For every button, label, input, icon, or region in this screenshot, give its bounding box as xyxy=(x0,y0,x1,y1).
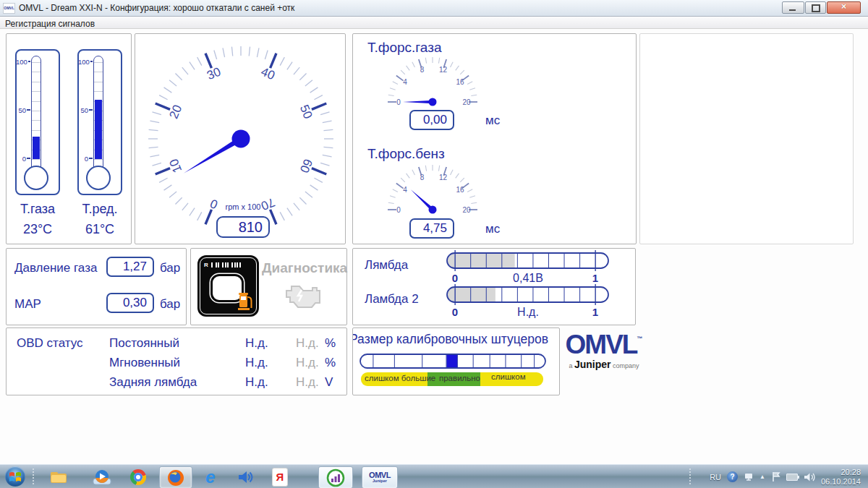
map-label: MAP xyxy=(14,297,41,312)
lambda2-value: Н.д. xyxy=(485,306,571,319)
fuel-pump-icon xyxy=(238,290,254,313)
petrol-injector-title: Т.форс.бенз xyxy=(367,146,445,162)
svg-text:30: 30 xyxy=(205,64,223,82)
logo-trademark: ™ xyxy=(637,335,642,342)
help-icon[interactable]: ? xyxy=(727,471,738,482)
omvl-app-button[interactable]: OMVLJuniper xyxy=(362,466,398,488)
internet-explorer-icon[interactable]: e xyxy=(197,466,224,487)
petrol-injector-value-box: 4,75 xyxy=(409,218,454,239)
gas-injector-title: Т.форс.газа xyxy=(367,40,441,56)
start-button[interactable] xyxy=(5,466,25,487)
svg-text:50: 50 xyxy=(297,103,315,121)
svg-text:60: 60 xyxy=(297,157,315,175)
logo-text: OMVL xyxy=(566,330,637,359)
client-area: 100 50 0 Т.газа 23°C 100 50 0 xyxy=(0,29,868,464)
thermometer-fill xyxy=(95,100,102,159)
logo-prefix: a xyxy=(569,362,572,369)
rpm-value-box: 810 xyxy=(216,216,270,238)
lambda1-max: 1 xyxy=(584,272,606,284)
media-player-icon[interactable] xyxy=(88,466,116,487)
obd-row-value2: Н.д. xyxy=(296,356,319,370)
svg-text:10: 10 xyxy=(166,157,184,175)
svg-text:20: 20 xyxy=(462,206,471,214)
stats-app-icon[interactable] xyxy=(318,466,353,488)
gas-injector-unit: мс xyxy=(485,114,500,128)
close-button[interactable] xyxy=(827,1,861,14)
svg-text:40: 40 xyxy=(259,64,277,82)
check-engine-icon xyxy=(278,279,328,311)
rpm-gauge: 010203040506070 xyxy=(135,34,345,244)
reducer-temp-thermometer: 100 50 0 Т.ред. 61°C xyxy=(69,49,131,237)
lambda1-min: 0 xyxy=(444,272,466,284)
gas-temp-thermometer: 100 50 0 Т.газа 23°C xyxy=(7,49,69,237)
level-bar-2 xyxy=(216,262,220,267)
action-center-flag-icon[interactable] xyxy=(771,471,780,482)
diagnostics-panel: R Диагностика xyxy=(190,248,347,325)
omvl-logo: OMVL™ a Juniper company xyxy=(561,331,647,370)
map-value-box: 0,30 xyxy=(106,293,154,313)
gas-temp-label: Т.газа xyxy=(7,202,69,217)
thermometer-tube xyxy=(31,56,41,171)
svg-text:8: 8 xyxy=(420,174,425,181)
tick-label: 0 xyxy=(78,155,93,161)
fuel-level-leds: R xyxy=(204,262,254,268)
svg-text:4: 4 xyxy=(403,186,407,194)
svg-text:16: 16 xyxy=(456,186,464,194)
yandex-browser-icon[interactable]: Я xyxy=(266,466,294,487)
clock-time: 20:28 xyxy=(841,468,861,476)
gas-pressure-value-box: 1,27 xyxy=(106,257,154,277)
svg-text:16: 16 xyxy=(456,78,464,86)
zone-correct-label: правильно xyxy=(439,374,480,382)
svg-text:12: 12 xyxy=(439,174,448,181)
lambda2-bar xyxy=(444,284,612,307)
thermometer-bulb xyxy=(86,166,111,190)
thermometer-fill xyxy=(33,137,40,159)
changeover-switch[interactable] xyxy=(213,276,242,300)
show-hidden-icons-chevron[interactable]: ▲ xyxy=(760,474,765,480)
lambda1-label: Лямбда xyxy=(365,258,408,273)
pressure-panel: Давление газа 1,27 бар MAP 0,30 бар xyxy=(6,248,187,325)
logo-suffix: company xyxy=(613,362,639,369)
clock[interactable]: 20:28 06.10.2014 xyxy=(821,468,861,487)
tray-grip[interactable] xyxy=(689,468,692,486)
obd-row-name: Задняя лямбда xyxy=(109,375,197,390)
thermometer-frame: 100 50 0 xyxy=(15,49,60,195)
window-titlebar[interactable]: OMVL OMVL - Dream XXI-N - Конфигурация: … xyxy=(0,0,868,17)
maximize-button[interactable] xyxy=(805,1,826,14)
calibration-zones-strip: слишком большие правильно слишком xyxy=(361,372,543,386)
taskbar: e Я OMVLJuniper RU ? ▲ 20:28 06.10.2014 xyxy=(0,464,868,488)
chrome-icon[interactable] xyxy=(124,466,152,487)
rpm-gauge-panel: 010203040506070 rpm x 100 810 xyxy=(135,33,346,244)
thermometer-frame: 100 50 0 xyxy=(77,49,122,195)
thermometer-tube xyxy=(93,56,103,171)
taskbar-grip[interactable] xyxy=(32,468,35,486)
obd-row-unit: % xyxy=(325,356,336,370)
rpm-unit-label: rpm x 100 xyxy=(200,202,286,211)
firefox-icon[interactable] xyxy=(159,466,192,488)
temperatures-panel: 100 50 0 Т.газа 23°C 100 50 0 xyxy=(6,33,132,244)
level-bar-1 xyxy=(211,262,213,267)
volume-icon[interactable] xyxy=(804,472,815,482)
device-icon[interactable] xyxy=(744,472,754,482)
obd-row-unit: % xyxy=(325,336,336,351)
empty-panel xyxy=(639,33,854,244)
tick-label: 100 xyxy=(16,59,30,64)
audio-manager-icon[interactable] xyxy=(231,466,259,487)
gas-pressure-unit: бар xyxy=(160,261,180,275)
battery-icon[interactable] xyxy=(786,474,798,481)
svg-text:12: 12 xyxy=(439,66,448,74)
fuel-changeover-button[interactable]: R xyxy=(197,255,259,317)
system-tray: RU ? ▲ 20:28 06.10.2014 xyxy=(710,465,867,488)
explorer-icon[interactable] xyxy=(45,466,72,487)
window-title: OMVL - Dream XXI-N - Конфигурация: хорош… xyxy=(19,3,294,13)
obd-row-value2: Н.д. xyxy=(296,336,319,351)
svg-text:4: 4 xyxy=(403,78,407,86)
calibration-bar xyxy=(359,352,548,371)
obd-row-value1: Н.д. xyxy=(245,336,268,351)
menu-bar: Регистрация сигналов xyxy=(0,17,868,29)
minimize-button[interactable] xyxy=(782,1,804,14)
obd-row-value1: Н.д. xyxy=(245,356,268,370)
svg-text:8: 8 xyxy=(420,66,425,74)
reducer-temp-label: Т.ред. xyxy=(69,202,131,217)
language-indicator[interactable]: RU xyxy=(710,473,721,481)
